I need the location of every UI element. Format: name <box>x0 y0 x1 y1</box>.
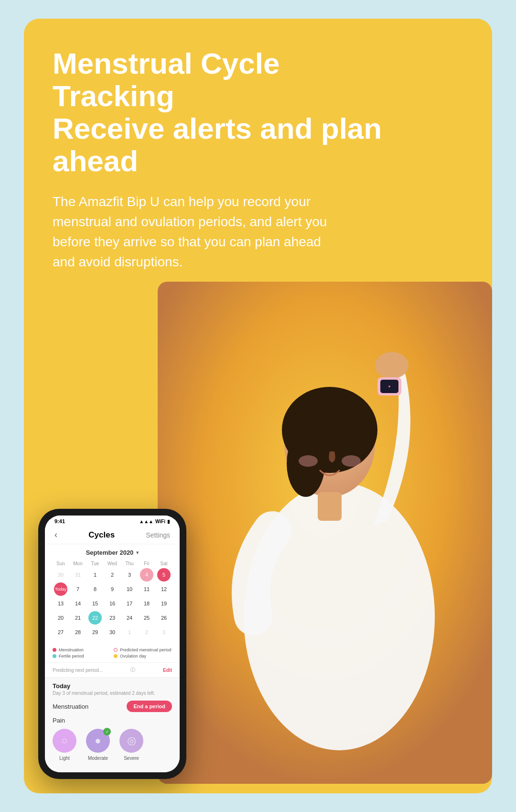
svg-text:♥: ♥ <box>388 384 391 389</box>
cal-day[interactable]: 30 <box>54 568 67 582</box>
cal-day[interactable]: 28 <box>71 625 85 639</box>
legend-fertile-label: Fertile period <box>59 654 84 658</box>
cal-day[interactable]: 12 <box>157 582 171 596</box>
day-header-mon: Mon <box>70 560 86 567</box>
svg-point-7 <box>337 441 346 448</box>
status-icons: ▲▲▲ WiFi ▮ <box>139 519 170 524</box>
menstruation-row: Menstruation End a period <box>53 701 172 712</box>
svg-point-9 <box>342 455 361 467</box>
svg-point-6 <box>313 441 322 448</box>
cal-day[interactable]: 31 <box>71 568 85 582</box>
cal-day[interactable]: 13 <box>54 597 67 610</box>
headline-line2: Receive alerts and plan ahead <box>53 112 382 177</box>
calendar-grid: Sun Mon Tue Wed Thu Fri Sat 30 31 1 2 3 … <box>53 560 172 639</box>
chevron-down-icon[interactable]: ▾ <box>136 550 139 555</box>
month-header: September 2020 ▾ <box>53 549 172 556</box>
headline-line1: Menstrual Cycle Tracking <box>53 47 280 112</box>
cal-day[interactable]: 7 <box>71 582 85 596</box>
day-header-tue: Tue <box>87 560 103 567</box>
subtext: The Amazfit Bip U can help you record yo… <box>53 192 330 272</box>
legend-predicted: Predicted menstrual period <box>114 647 172 652</box>
pain-circle-inner: ◎ <box>127 735 136 747</box>
headline: Menstrual Cycle Tracking Receive alerts … <box>53 47 387 178</box>
main-card: Menstrual Cycle Tracking Receive alerts … <box>24 19 492 794</box>
day-header-thu: Thu <box>121 560 138 567</box>
cal-day[interactable]: 22 <box>88 611 102 625</box>
today-subtitle: Day 3 of menstrual period, estimated 2 d… <box>53 691 172 696</box>
today-section: Today Day 3 of menstrual period, estimat… <box>45 678 180 772</box>
cal-day[interactable]: 27 <box>54 625 67 639</box>
pain-circle-severe[interactable]: ◎ <box>119 729 143 753</box>
pain-name-light: Light <box>59 756 70 761</box>
cal-day[interactable]: 2 <box>106 568 119 582</box>
legend-menstruation: Menstruation <box>53 647 111 652</box>
predicting-text: Predicting next period... <box>53 668 103 673</box>
pain-item-light[interactable]: ○ Light <box>53 729 76 761</box>
legend-dot-yellow <box>114 654 118 658</box>
end-period-button[interactable]: End a period <box>127 701 172 712</box>
cal-day[interactable]: 3 <box>123 568 136 582</box>
legend-ovulation-label: Ovulation day <box>120 654 146 658</box>
predicting-bar: Predicting next period... ⓘ Edit <box>45 663 180 678</box>
pain-item-moderate[interactable]: ● ✓ Moderate <box>86 729 110 761</box>
svg-point-8 <box>299 455 318 467</box>
cal-day[interactable]: 11 <box>140 582 153 596</box>
today-label: Today <box>53 682 172 690</box>
pain-circle-moderate[interactable]: ● ✓ <box>86 729 110 753</box>
cal-day[interactable]: 1 <box>88 568 102 582</box>
legend-ovulation: Ovulation day <box>114 654 172 658</box>
pain-name-severe: Severe <box>124 756 139 761</box>
cal-day[interactable]: 9 <box>106 582 119 596</box>
cal-day[interactable]: 18 <box>140 597 153 610</box>
cal-day[interactable]: 26 <box>157 611 171 625</box>
pain-item-severe[interactable]: ◎ Severe <box>119 729 143 761</box>
month-label: September 2020 <box>86 549 134 556</box>
cal-day[interactable]: 16 <box>106 597 119 610</box>
status-time: 9:41 <box>54 518 65 524</box>
cal-day[interactable]: 24 <box>123 611 136 625</box>
cal-day[interactable]: 1 <box>123 625 136 639</box>
woman-photo: ♥ <box>158 282 492 784</box>
content-area: ♥ 9:41 ▲▲▲ WiFi ▮ ‹ Cycles <box>53 291 463 793</box>
cal-day[interactable]: 30 <box>106 625 119 639</box>
edit-button[interactable]: Edit <box>163 668 172 673</box>
calendar-section: September 2020 ▾ Sun Mon Tue Wed Thu Fri… <box>45 544 180 644</box>
pain-circle-light[interactable]: ○ <box>53 729 76 753</box>
day-header-sun: Sun <box>53 560 69 567</box>
cal-day[interactable]: 25 <box>140 611 153 625</box>
battery-icon: ▮ <box>167 519 170 524</box>
menstruation-label: Menstruation <box>53 703 88 710</box>
cal-day[interactable]: 19 <box>157 597 171 610</box>
cal-day[interactable]: 8 <box>88 582 102 596</box>
cal-day[interactable]: 5 <box>157 568 171 582</box>
cal-day[interactable]: 17 <box>123 597 136 610</box>
cal-day[interactable]: 4 <box>140 568 153 582</box>
svg-rect-5 <box>318 492 342 521</box>
phone-mockup: 9:41 ▲▲▲ WiFi ▮ ‹ Cycles Settings <box>38 509 186 779</box>
app-header: ‹ Cycles Settings <box>45 526 180 544</box>
signal-icon: ▲▲▲ <box>139 519 153 524</box>
cal-day[interactable]: 29 <box>88 625 102 639</box>
cal-day[interactable]: 10 <box>123 582 136 596</box>
legend-predicted-label: Predicted menstrual period <box>120 647 172 652</box>
legend-dot-teal <box>53 654 56 658</box>
settings-link[interactable]: Settings <box>146 531 170 539</box>
info-icon: ⓘ <box>130 667 135 673</box>
legend-dot-red <box>53 648 56 652</box>
phone-screen: 9:41 ▲▲▲ WiFi ▮ ‹ Cycles Settings <box>45 516 180 772</box>
cal-day[interactable]: 3 <box>157 625 171 639</box>
legend: Menstruation Predicted menstrual period … <box>45 644 180 663</box>
cal-day[interactable]: 20 <box>54 611 67 625</box>
cal-day[interactable]: 23 <box>106 611 119 625</box>
back-button[interactable]: ‹ <box>54 530 57 540</box>
legend-menstruation-label: Menstruation <box>59 647 84 652</box>
cal-day[interactable]: 14 <box>71 597 85 610</box>
cal-day[interactable]: 2 <box>140 625 153 639</box>
cal-day[interactable]: 15 <box>88 597 102 610</box>
pain-name-moderate: Moderate <box>88 756 108 761</box>
day-header-fri: Fri <box>139 560 155 567</box>
cal-day[interactable]: 21 <box>71 611 85 625</box>
status-bar: 9:41 ▲▲▲ WiFi ▮ <box>45 516 180 526</box>
day-header-sat: Sat <box>156 560 172 567</box>
cal-day-today[interactable]: Today <box>54 582 67 596</box>
